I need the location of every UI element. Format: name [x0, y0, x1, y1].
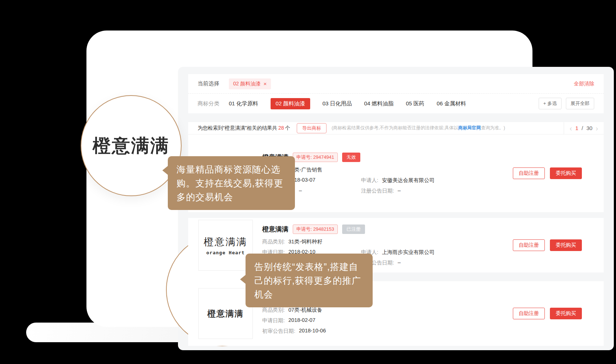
category-item-02-selected[interactable]: 02 颜料油漆 [271, 98, 310, 109]
entrust-buy-button[interactable]: 委托购买 [550, 239, 582, 251]
tooltip-promotion: 告别传统“发表格”,搭建自己的标行,获得更多的推广机会 [246, 254, 373, 307]
field-label: 注册公告日期: [361, 187, 394, 194]
row-3-line-1: 商品类别:07类-机械设备 [262, 307, 506, 314]
trademark-image-subtext: orange Heart [206, 250, 245, 255]
field-value: 2018-02-07 [288, 317, 315, 324]
magnifier-circle-top: 橙意满满 [81, 95, 182, 196]
category-item-01[interactable]: 01 化学原料 [229, 100, 258, 107]
current-selection-label: 当前选择 [198, 80, 219, 87]
field-label: 申请日期: [262, 317, 285, 324]
row-1-line-3: 初审公告日期:– 注册公告日期:– [262, 187, 506, 194]
trademark-image-text: 橙意满满 [207, 308, 244, 319]
category-row: 商标分类 01 化学原料 02 颜料油漆 03 日化用品 04 燃料油脂 05 … [188, 94, 604, 113]
field-label: 商品类别: [262, 238, 285, 245]
tooltip-arrow-icon [162, 166, 168, 175]
expand-all-button[interactable]: 展开全部 [566, 98, 594, 109]
row-2-line-1: 商品类别:31类-饲料种籽 [262, 238, 506, 245]
self-register-button[interactable]: 自助注册 [513, 167, 545, 179]
field-value: – [398, 187, 401, 194]
summary-suffix: 个 [285, 125, 290, 131]
results-count: 28 [278, 125, 284, 131]
category-list: 01 化学原料 02 颜料油漆 03 日化用品 04 燃料油脂 05 医药 06… [229, 98, 466, 109]
field-apply-date: 申请日期:2018-02-07 [262, 317, 361, 324]
prev-page-icon[interactable]: ‹ [570, 125, 572, 132]
entrust-buy-button[interactable]: 委托购买 [550, 167, 582, 179]
category-label: 商标分类 [198, 100, 219, 107]
field-category: 商品类别:31类-饲料种籽 [262, 238, 361, 245]
field-value: – [398, 259, 401, 266]
field-value: 安徽美达会展有限公司 [382, 177, 435, 184]
next-page-icon[interactable]: › [596, 125, 598, 132]
self-register-button[interactable]: 自助注册 [513, 308, 545, 319]
tooltip-marketplace-text: 海量精品商标资源随心选购。支持在线交易,获得更多的交易机会 [177, 164, 283, 202]
disclaimer-post: 查询为准。) [481, 125, 505, 130]
trademark-image: 橙意满满 [198, 288, 253, 339]
tooltip-promotion-text: 告别传统“发表格”,搭建自己的标行,获得更多的推广机会 [254, 262, 361, 299]
field-value: 31类-饲料种籽 [288, 238, 322, 245]
results-disclaimer: (商标检索结果仅供参考,不作为商标能否注册的法律依据;具体以商标局官网查询为准。… [332, 125, 505, 131]
field-label: 商品类别: [262, 307, 285, 314]
filter-panel: 当前选择 02 颜料油漆 × 全部清除 商标分类 01 化学原料 02 颜料油漆… [188, 74, 604, 113]
field-value: 07类-机械设备 [288, 307, 322, 314]
application-number-tag: 申请号: 29482153 [293, 225, 338, 234]
trademark-office-link[interactable]: 商标局官网 [458, 125, 481, 130]
remove-filter-icon[interactable]: × [263, 81, 267, 86]
row-2-actions: 自助注册 委托购买 [513, 239, 582, 251]
field-applicant: 申请人:安徽美达会展有限公司 [361, 177, 435, 184]
results-header: 为您检索到“橙意满满”相关的结果共28个 导出商标 (商标检索结果仅供参考,不作… [188, 122, 604, 134]
marketing-screenshot-stage: 当前选择 02 颜料油漆 × 全部清除 商标分类 01 化学原料 02 颜料油漆… [0, 0, 616, 364]
self-register-button[interactable]: 自助注册 [513, 239, 545, 251]
category-item-04[interactable]: 04 燃料油脂 [364, 100, 394, 107]
category-item-05[interactable]: 05 医药 [406, 100, 424, 107]
category-item-06[interactable]: 06 金属材料 [437, 100, 466, 107]
results-summary: 为您检索到“橙意满满”相关的结果共28个 [198, 125, 290, 132]
field-first-announce-date: 初审公告日期:2018-10-06 [262, 328, 361, 335]
category-actions: + 多选 展开全部 [539, 98, 594, 109]
selected-filter-tag-label: 02 颜料油漆 [233, 81, 260, 87]
tooltip-marketplace: 海量精品商标资源随心选购。支持在线交易,获得更多的交易机会 [168, 156, 295, 210]
selected-filter-tag[interactable]: 02 颜料油漆 × [229, 78, 271, 89]
row-3-actions: 自助注册 委托购买 [513, 308, 582, 319]
row-divider [188, 212, 604, 218]
export-trademark-button[interactable]: 导出商标 [297, 123, 327, 133]
row-3-line-2: 申请日期:2018-02-07 [262, 317, 506, 324]
disclaimer-pre: (商标检索结果仅供参考,不作为商标能否注册的法律依据;具体以 [332, 125, 458, 130]
current-selection-row: 当前选择 02 颜料油漆 × 全部清除 [188, 74, 604, 94]
application-number-tag: 申请号: 29474941 [293, 153, 338, 162]
field-value: 2018-10-06 [299, 328, 326, 335]
row-1-line-1: 商品类别:35类-广告销售 [262, 166, 506, 173]
current-page: 1 [575, 125, 578, 131]
pagination: ‹ 1 / 30 › [564, 122, 604, 134]
row-2-title-line: 橙意满满 申请号: 29482153 已注册 [262, 225, 506, 234]
field-applicant: 申请人:上海雨步实业有限公司 [361, 249, 435, 256]
field-label: 初审公告日期: [262, 328, 295, 335]
field-value: – [299, 187, 302, 194]
field-value: 上海雨步实业有限公司 [382, 249, 435, 256]
row-1-line-2: 申请日期:2018-03-07 申请人:安徽美达会展有限公司 [262, 177, 506, 184]
row-1-title-line: 橙意满满 申请号: 29474941 无效 [262, 153, 506, 162]
total-pages: 30 [586, 125, 592, 131]
row-1-actions: 自助注册 委托购买 [513, 167, 582, 179]
field-label: 申请人: [361, 177, 378, 184]
field-register-announce-date: 注册公告日期:– [361, 187, 401, 194]
row-1-details: 橙意满满 申请号: 29474941 无效 商品类别:35类-广告销售 申请日期… [262, 153, 506, 194]
multi-select-button[interactable]: + 多选 [539, 98, 562, 109]
page-separator: / [581, 125, 583, 131]
trademark-image: 橙意满满 orange Heart [198, 220, 253, 271]
status-badge-invalid: 无效 [342, 153, 360, 162]
trademark-name: 橙意满满 [262, 225, 288, 234]
magnified-trademark-text: 橙意满满 [93, 134, 170, 158]
field-category: 商品类别:07类-机械设备 [262, 307, 361, 314]
summary-prefix: 为您检索到“橙意满满”相关的结果共 [198, 125, 277, 131]
row-3-line-3: 初审公告日期:2018-10-06 [262, 328, 506, 335]
trademark-image-text: 橙意满满 [204, 235, 247, 248]
status-badge-registered: 已注册 [342, 225, 365, 234]
entrust-buy-button[interactable]: 委托购买 [550, 308, 582, 319]
tooltip-arrow-icon [240, 275, 246, 284]
category-item-03[interactable]: 03 日化用品 [323, 100, 352, 107]
clear-all-link[interactable]: 全部清除 [574, 81, 594, 87]
